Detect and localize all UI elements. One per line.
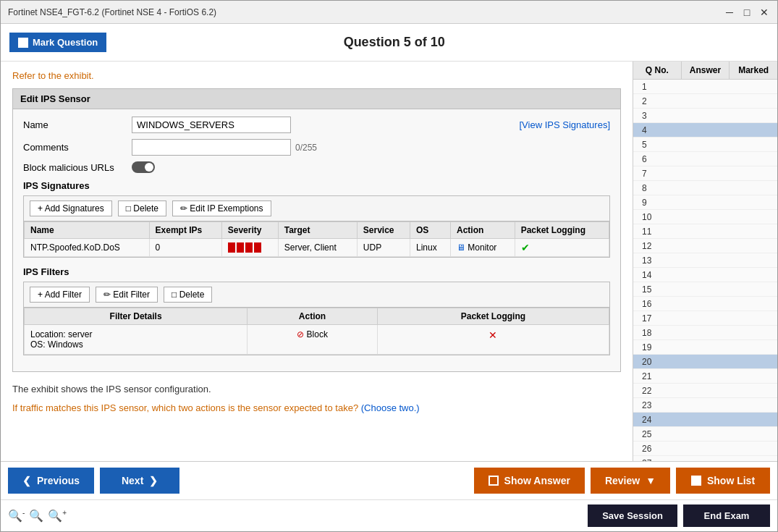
- main-window: Fortinet NSE4_FGT-6.2 (Fortinet NSE 4 - …: [0, 0, 778, 532]
- list-item[interactable]: 5: [633, 138, 777, 152]
- mark-checkbox-icon: [18, 38, 28, 48]
- question-area: Refer to the exhibit. Edit IPS Sensor Na…: [1, 62, 633, 461]
- list-item[interactable]: 17: [633, 311, 777, 326]
- name-row: Name [View IPS Signatures]: [23, 117, 610, 133]
- list-item[interactable]: 25: [633, 427, 777, 442]
- minimize-button[interactable]: ─: [724, 7, 735, 18]
- zoom-out-button[interactable]: 🔍-: [8, 509, 25, 523]
- sig-name-cell: NTP.Spoofed.KoD.DoS: [25, 239, 150, 257]
- sidebar-col-answer: Answer: [682, 62, 730, 79]
- list-item[interactable]: 21: [633, 369, 777, 384]
- list-item[interactable]: 7: [633, 166, 777, 181]
- filters-box: + Add Filter ✏ Edit Filter □ Delete Filt…: [23, 282, 610, 355]
- sidebar-header: Q No. Answer Marked: [633, 62, 777, 80]
- edit-filter-button[interactable]: ✏ Edit Filter: [96, 287, 158, 303]
- previous-button[interactable]: ❮ Previous: [8, 468, 94, 494]
- sidebar: Q No. Answer Marked 1 2 3 4 5 6: [633, 62, 777, 461]
- mark-question-button[interactable]: Mark Question: [9, 33, 106, 52]
- show-list-button[interactable]: Show List: [676, 468, 770, 494]
- q-number: 22: [633, 386, 662, 396]
- question-text-blue: (Choose two.): [361, 402, 420, 413]
- filter-col-action: Action: [248, 308, 378, 325]
- list-item[interactable]: 19: [633, 340, 777, 355]
- filter-toolbar: + Add Filter ✏ Edit Filter □ Delete: [24, 282, 609, 308]
- list-item[interactable]: 10: [633, 210, 777, 224]
- list-item[interactable]: 22: [633, 384, 777, 398]
- filter-table-row: Location: serverOS: Windows ⊘ Block ✕: [25, 325, 609, 355]
- window-controls: ─ □ ✕: [724, 7, 770, 18]
- exhibit-header: Edit IPS Sensor: [13, 89, 620, 109]
- sig-col-name: Name: [25, 222, 150, 239]
- sidebar-col-marked: Marked: [730, 62, 777, 79]
- filter-col-details: Filter Details: [25, 308, 248, 325]
- q-number: 14: [633, 270, 662, 280]
- refer-text: Refer to the exhibit.: [12, 70, 621, 81]
- q-number: 2: [633, 96, 662, 106]
- block-urls-toggle[interactable]: [132, 161, 155, 173]
- save-session-button[interactable]: Save Session: [588, 504, 677, 527]
- list-item[interactable]: 8: [633, 181, 777, 195]
- list-item[interactable]: 13: [633, 253, 777, 268]
- maximize-button[interactable]: □: [741, 7, 753, 18]
- sig-col-action: Action: [450, 222, 515, 239]
- review-button[interactable]: Review ▼: [591, 468, 670, 494]
- question-list: 1 2 3 4 5 6 7 8: [633, 80, 777, 461]
- q-number: 16: [633, 299, 662, 309]
- list-item[interactable]: 14: [633, 268, 777, 282]
- list-item[interactable]: 4: [633, 123, 777, 138]
- add-filter-button[interactable]: + Add Filter: [30, 287, 90, 303]
- previous-label: Previous: [37, 475, 80, 486]
- close-button[interactable]: ✕: [758, 7, 770, 18]
- list-item[interactable]: 12: [633, 239, 777, 253]
- sig-col-target: Target: [278, 222, 357, 239]
- list-item[interactable]: 9: [633, 195, 777, 210]
- list-item[interactable]: 6: [633, 152, 777, 166]
- bottom-nav-bar: ❮ Previous Next ❯ Show Answer Review ▼ S…: [1, 461, 777, 499]
- list-item[interactable]: 20: [633, 355, 777, 369]
- filter-logging-icon: ✕: [489, 329, 497, 341]
- delete-signatures-button[interactable]: □ Delete: [118, 200, 166, 216]
- list-item[interactable]: 1: [633, 80, 777, 94]
- sig-col-exempt: Exempt IPs: [149, 222, 221, 239]
- answer-checkbox-icon: [489, 476, 499, 486]
- list-item[interactable]: 26: [633, 442, 777, 456]
- filter-col-logging: Packet Logging: [377, 308, 609, 325]
- q-number: 18: [633, 328, 662, 338]
- delete-filter-button[interactable]: □ Delete: [164, 287, 212, 303]
- sev-block-1: [228, 242, 235, 253]
- list-item[interactable]: 18: [633, 326, 777, 340]
- list-item[interactable]: 3: [633, 109, 777, 123]
- list-item[interactable]: 27: [633, 456, 777, 461]
- comments-input[interactable]: [132, 139, 291, 156]
- show-answer-button[interactable]: Show Answer: [474, 468, 585, 494]
- exhibit-box: Edit IPS Sensor Name [View IPS Signature…: [12, 88, 621, 372]
- edit-ip-exemptions-button[interactable]: ✏ Edit IP Exemptions: [172, 200, 271, 216]
- sig-logging-cell: ✔: [515, 239, 609, 257]
- sig-col-severity: Severity: [221, 222, 278, 239]
- sev-block-3: [245, 242, 253, 253]
- view-signatures-link[interactable]: [View IPS Signatures]: [520, 119, 611, 130]
- list-item[interactable]: 16: [633, 297, 777, 311]
- sig-exempt-cell: 0: [149, 239, 221, 257]
- q-number: 26: [633, 444, 662, 454]
- zoom-reset-button[interactable]: 🔍: [29, 509, 43, 523]
- end-exam-button[interactable]: End Exam: [683, 504, 770, 527]
- zoom-in-button[interactable]: 🔍+: [48, 509, 67, 523]
- zoom-controls: 🔍- 🔍 🔍+: [8, 509, 67, 523]
- list-item[interactable]: 2: [633, 94, 777, 109]
- sev-block-2: [237, 242, 244, 253]
- list-item[interactable]: 15: [633, 282, 777, 297]
- list-item[interactable]: 23: [633, 398, 777, 413]
- exhibit-body: Name [View IPS Signatures] Comments 0/25…: [13, 109, 620, 371]
- name-input[interactable]: [132, 117, 291, 133]
- list-item[interactable]: 24: [633, 413, 777, 427]
- q-number: 21: [633, 371, 662, 381]
- filter-action-label: Block: [307, 329, 328, 339]
- add-signatures-button[interactable]: + Add Signatures: [30, 200, 112, 216]
- filters-table: Filter Details Action Packet Logging Loc…: [24, 308, 609, 355]
- q-number: 24: [633, 415, 662, 425]
- list-item[interactable]: 11: [633, 224, 777, 239]
- question-body: The exhibit shows the IPS sensor configu…: [12, 382, 621, 397]
- next-button[interactable]: Next ❯: [100, 468, 179, 494]
- q-number: 12: [633, 241, 662, 251]
